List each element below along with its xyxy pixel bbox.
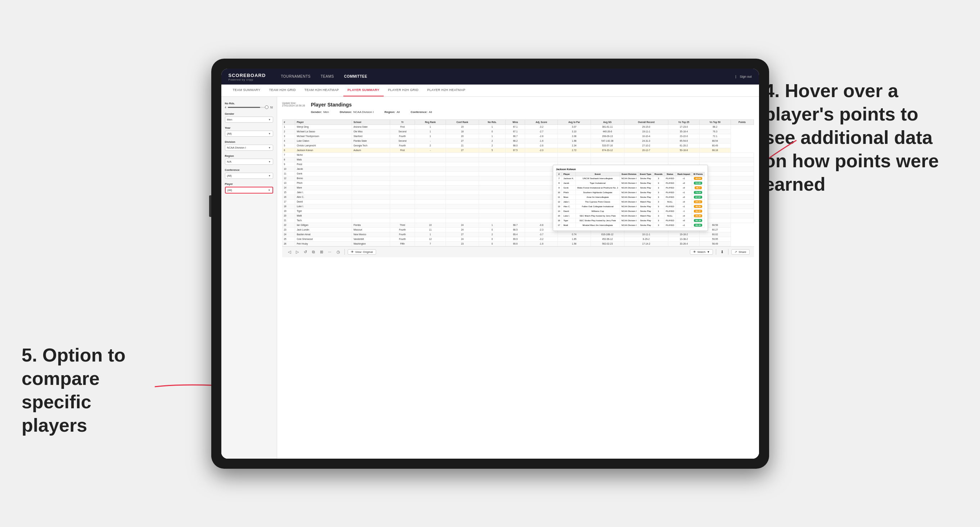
view-original-button[interactable]: 👁 View: Original: [348, 249, 376, 255]
gender-select[interactable]: Men ▼: [225, 117, 273, 123]
cell: 67.5: [506, 148, 525, 152]
tab-player-summary[interactable]: PLAYER SUMMARY: [343, 84, 384, 97]
popup-cell: 46.50: [692, 204, 704, 209]
popup-cell: 10: [556, 190, 562, 195]
popup-points-badge: 24.11: [694, 200, 702, 203]
logo-text: SCOREBOARD: [229, 73, 266, 78]
cell-empty: [624, 157, 668, 162]
conference-select[interactable]: (All) ▼: [225, 173, 273, 179]
col-overall-record: Overall Record: [624, 119, 668, 124]
toolbar-copy-btn[interactable]: ⧉: [310, 249, 317, 255]
popup-cell: Stroke Play: [638, 223, 653, 227]
year-dropdown-arrow: ▼: [269, 132, 271, 135]
table-row: 2Michael La SassoOle MissSecond118067.1-…: [282, 129, 754, 134]
tab-team-h2h-heatmap[interactable]: TEAM H2H HEATMAP: [300, 84, 343, 97]
popup-cell: Luke I.: [562, 213, 576, 218]
cell-empty: [446, 171, 479, 176]
division-label: Division: [225, 140, 273, 143]
popup-col-event: Event: [576, 172, 620, 176]
year-select[interactable]: (All) ▼: [225, 130, 273, 137]
cell: Fourth: [390, 232, 415, 237]
cell-empty: [446, 162, 479, 167]
tab-team-h2h-grid[interactable]: TEAM H2H GRID: [264, 84, 300, 97]
cell: 1: [479, 223, 505, 227]
cell-empty: [558, 152, 590, 157]
popup-cell: 11: [556, 195, 562, 199]
player-select[interactable]: (All) ▼: [225, 187, 273, 194]
cell: 674-33-12: [590, 148, 624, 152]
table-row: 3Michael ThorbjornsenStanfordFourth12016…: [282, 134, 754, 138]
watch-button[interactable]: 👁 Watch ▼: [690, 249, 713, 255]
cell: -: [415, 148, 446, 152]
popup-col-w-points: W Points: [692, 172, 704, 176]
center-panel: Update time: 27/01/2024 16:56:26 Player …: [277, 97, 759, 459]
toolbar-refresh-btn[interactable]: ↺: [302, 249, 309, 255]
cell: 68.0: [506, 143, 525, 148]
popup-cell: PLAYED: [664, 204, 676, 209]
cell-empty: [390, 167, 415, 171]
toolbar-sep-2: [716, 249, 716, 255]
annotation-top-right: 4. Hover over a player's points to see a…: [764, 79, 951, 196]
division-dropdown-arrow: ▼: [269, 146, 271, 149]
popup-cell: Match Play: [638, 213, 653, 218]
cell-empty: [730, 190, 754, 195]
tab-team-summary[interactable]: TEAM SUMMARY: [229, 84, 265, 97]
cell: 58.49: [699, 241, 730, 246]
cell-empty: [390, 190, 415, 195]
col-avg-to-par: Avg to Par: [558, 119, 590, 124]
cell: 27: [446, 232, 479, 237]
cell: 22: [282, 223, 295, 227]
cell-empty: [730, 209, 754, 213]
cell-empty: [590, 152, 624, 157]
nav-teams[interactable]: TEAMS: [317, 73, 338, 80]
toolbar-more-btn[interactable]: ···: [327, 249, 333, 255]
cell: Fourth: [390, 143, 415, 148]
popup-cell: PLAYED: [664, 181, 676, 185]
cell-empty: [415, 167, 446, 171]
cell-empty: [730, 162, 754, 167]
share-button[interactable]: ↗ Share: [731, 249, 749, 255]
sign-out-button[interactable]: Sign out: [740, 75, 751, 78]
cell: 24: [446, 223, 479, 227]
cell-empty: [479, 167, 505, 171]
popup-cell: Southern Highlands Collegiate: [576, 190, 620, 195]
cell-empty: [479, 213, 505, 218]
cell: 69.9: [506, 237, 525, 241]
toolbar-download-btn[interactable]: ⬇: [719, 249, 725, 255]
popup-cell: NULL: [664, 199, 676, 204]
popup-points-badge: 40.64: [694, 177, 702, 180]
cell: Luke Claton: [295, 138, 352, 143]
col-no-rds: No Rds.: [479, 119, 505, 124]
cell: 24: [282, 232, 295, 237]
division-select[interactable]: NCAA Division I ▼: [225, 144, 273, 151]
toolbar-back-btn[interactable]: ◁: [286, 249, 292, 255]
popup-cell: 3: [653, 213, 664, 218]
tab-player-h2h-grid[interactable]: PLAYER H2H GRID: [383, 84, 423, 97]
region-filter-label: Region:: [384, 110, 395, 114]
cell-empty: [390, 195, 415, 199]
no-rds-slider[interactable]: 4 52: [225, 106, 273, 109]
toolbar-expand-btn[interactable]: ⊞: [318, 249, 325, 255]
popup-points-badge: 46.7: [695, 186, 702, 189]
cell: 69.6: [506, 241, 525, 246]
cell-player: Mats: [295, 157, 352, 162]
popup-cell: Tiger: [562, 218, 576, 223]
tab-player-h2h-heatmap[interactable]: PLAYER H2H HEATMAP: [423, 84, 470, 97]
cell-empty: [446, 195, 479, 199]
cell-empty: [415, 181, 446, 185]
cell: 8-29-2: [624, 237, 668, 241]
popup-cell: NCAA Division I: [620, 185, 638, 190]
nav-committee[interactable]: COMMITTEE: [340, 73, 372, 80]
conference-filter-value: All: [429, 110, 432, 114]
cell: 88.2: [699, 124, 730, 129]
popup-cell: PLAYED: [664, 223, 676, 227]
region-select[interactable]: N/A ▼: [225, 159, 273, 165]
cell: 2: [479, 232, 505, 237]
cell: 26: [282, 241, 295, 246]
nav-tournaments[interactable]: TOURNAMENTS: [277, 73, 315, 80]
cell-empty: [352, 176, 390, 181]
cell: Fourth: [390, 134, 415, 138]
cell: 10-11-1: [624, 232, 668, 237]
toolbar-forward-btn[interactable]: ▷: [294, 249, 300, 255]
popup-row: 12Jake I.The Cypress Point ClassicNCAA D…: [556, 199, 704, 204]
